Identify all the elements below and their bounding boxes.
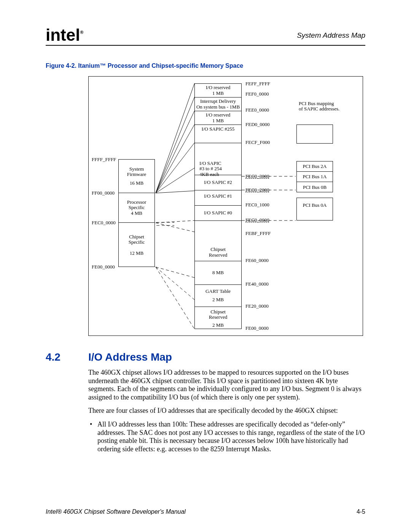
svg-line-1: [156, 97, 194, 193]
svg-line-0: [156, 83, 194, 193]
svg-line-10: [156, 223, 194, 232]
body-text: The 460GX chipset allows I/O addresses t…: [88, 369, 365, 456]
svg-line-9: [156, 220, 194, 223]
header-rule: [46, 45, 365, 46]
svg-line-3: [156, 125, 194, 193]
bullet-1: All I/O addresses less than 100h: These …: [88, 420, 365, 453]
page-header-right: System Address Map: [297, 31, 365, 40]
figure-connector-lines: [89, 77, 363, 335]
svg-line-6: [156, 191, 194, 193]
figure-memory-map: System Firmware 16 MB Processor Specific…: [88, 76, 363, 336]
footer-right: 4-5: [357, 508, 365, 515]
section-number: 4.2: [46, 351, 88, 363]
section-title: I/O Address Map: [88, 351, 172, 363]
svg-line-4: [156, 143, 194, 193]
svg-line-12: [156, 267, 194, 300]
footer-left: Intel® 460GX Chipset Software Developer'…: [46, 508, 186, 515]
section-heading: 4.2I/O Address Map: [46, 351, 172, 363]
svg-line-2: [156, 111, 194, 193]
figure-caption: Figure 4-2. Itanium™ Processor and Chips…: [46, 62, 243, 69]
paragraph-1: The 460GX chipset allows I/O addresses t…: [88, 369, 365, 401]
paragraph-2: There are four classes of I/O addresses …: [88, 407, 365, 415]
svg-line-13: [156, 267, 194, 329]
registered-mark: ®: [80, 30, 83, 35]
